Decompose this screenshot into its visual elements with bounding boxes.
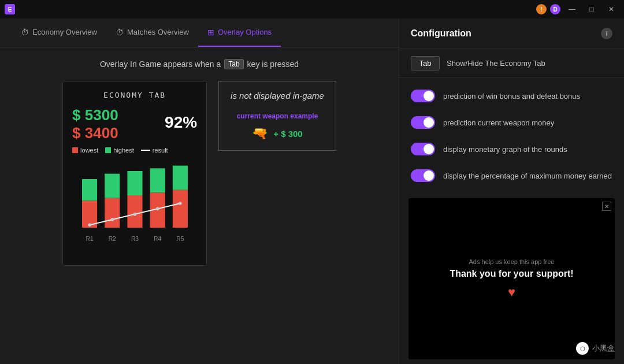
overlay-hint: Overlay In Game appears when a Tab key i… [100, 59, 299, 69]
chart-legend: lowest highest result [72, 147, 197, 154]
main-layout: ⏱ Economy Overview ⏱ Matches Overview ⊞ … [0, 18, 624, 364]
svg-rect-9 [173, 166, 188, 190]
svg-rect-1 [82, 179, 97, 200]
svg-text:R1: R1 [86, 236, 94, 242]
ad-text-small: Ads help us keep this app free [469, 258, 555, 265]
legend-lowest-dot [72, 147, 78, 153]
toggle-percentage[interactable] [411, 169, 435, 182]
maximize-button[interactable]: □ [584, 1, 600, 17]
config-header: Configuration i [399, 18, 624, 49]
svg-point-14 [179, 202, 182, 205]
legend-result-line [141, 150, 150, 151]
svg-text:R2: R2 [109, 236, 116, 242]
matches-tab-icon: ⏱ [116, 28, 124, 37]
not-displayed-box: is not displayed in-game current weapon … [218, 81, 336, 151]
ad-close-button[interactable]: ✕ [602, 202, 611, 211]
toggle-percentage-label: display the percentage of maximum money … [443, 172, 612, 180]
title-bar-controls: ! D — □ ✕ [536, 1, 619, 17]
minimize-button[interactable]: — [564, 1, 580, 17]
ad-text-large: Thank you for your support! [450, 269, 573, 279]
legend-lowest: lowest [72, 147, 98, 154]
svg-point-12 [133, 213, 137, 216]
svg-rect-4 [128, 195, 143, 228]
hint-prefix: Overlay In Game appears when a [100, 60, 221, 69]
economy-tab-title: Economy Tab [72, 91, 197, 99]
legend-result-label: result [153, 147, 168, 154]
overlay-tab-label: Overlay Options [218, 28, 272, 36]
tab-overlay[interactable]: ⊞ Overlay Options [198, 18, 281, 47]
economy-tab-label: Economy Overview [32, 28, 97, 36]
svg-point-11 [111, 218, 114, 221]
toggle-win-bonus-label: prediction of win bonus and defeat bonus [443, 92, 580, 101]
toggle-monetary-graph-label: display monetary graph of the rounds [443, 145, 567, 154]
preview-container: Economy Tab $ 5300 $ 3400 92% lowest [62, 81, 336, 266]
config-title: Configuration [411, 28, 471, 39]
percentage-display: 92% [165, 113, 197, 132]
key-display[interactable]: Tab [411, 56, 440, 70]
legend-highest-label: highest [113, 147, 133, 154]
ad-area: ✕ Ads help us keep this app free Thank y… [408, 198, 615, 359]
title-bar-left: E [5, 4, 15, 14]
weapon-example-title: current weapon example [231, 112, 324, 120]
notification-icon[interactable]: ! [536, 4, 547, 14]
toggle-win-bonus[interactable] [411, 90, 435, 102]
money-values: $ 5300 $ 3400 92% [72, 106, 197, 142]
toggle-row-3: display the percentage of maximum money … [399, 162, 624, 189]
config-info-icon[interactable]: i [601, 28, 612, 39]
right-panel: Configuration i Tab Show/Hide The Econom… [399, 18, 624, 364]
legend-lowest-label: lowest [80, 147, 98, 154]
svg-rect-5 [128, 171, 143, 195]
toggle-monetary-graph[interactable] [411, 143, 435, 155]
close-button[interactable]: ✕ [603, 1, 619, 17]
discord-icon[interactable]: D [550, 4, 560, 14]
chart-area: R1 R2 R3 R4 R5 [72, 163, 197, 246]
nav-tabs: ⏱ Economy Overview ⏱ Matches Overview ⊞ … [0, 18, 399, 47]
left-panel: ⏱ Economy Overview ⏱ Matches Overview ⊞ … [0, 18, 399, 364]
svg-rect-3 [105, 174, 120, 198]
toggle-weapon-money-label: prediction current weapon money [443, 118, 554, 127]
watermark-icon: ⬡ [576, 342, 589, 355]
weapon-example: 🔫 + $ 300 [231, 126, 324, 141]
tab-economy[interactable]: ⏱ Economy Overview [12, 18, 106, 47]
legend-result: result [141, 147, 168, 154]
content-area: Overlay In Game appears when a Tab key i… [0, 47, 399, 364]
svg-text:R5: R5 [176, 236, 184, 242]
key-bind-label: Show/Hide The Economy Tab [447, 59, 545, 68]
toggle-row-2: display monetary graph of the rounds [399, 136, 624, 162]
economy-tab-icon: ⏱ [21, 28, 29, 37]
toggle-options: prediction of win bonus and defeat bonus… [399, 78, 624, 194]
overlay-tab-icon: ⊞ [207, 28, 214, 37]
not-displayed-title: is not displayed in-game [231, 91, 324, 101]
weapon-icon: 🔫 [252, 126, 268, 141]
hint-suffix: key is pressed [247, 60, 299, 69]
svg-text:R3: R3 [131, 236, 139, 242]
svg-rect-7 [150, 168, 165, 192]
weapon-price: + $ 300 [273, 129, 302, 139]
legend-highest: highest [105, 147, 133, 154]
matches-tab-label: Matches Overview [127, 28, 189, 36]
legend-highest-dot [105, 147, 111, 153]
ad-heart: ♥ [508, 285, 515, 300]
tab-matches[interactable]: ⏱ Matches Overview [106, 18, 198, 47]
toggle-row-1: prediction current weapon money [399, 109, 624, 136]
key-bind-row: Tab Show/Hide The Economy Tab [399, 49, 624, 78]
bar-chart-svg: R1 R2 R3 R4 R5 [72, 163, 205, 244]
key-badge: Tab [224, 59, 243, 69]
svg-rect-8 [173, 190, 188, 228]
app-icon: E [5, 4, 15, 14]
title-bar: E ! D — □ ✕ [0, 0, 624, 18]
toggle-row-0: prediction of win bonus and defeat bonus [399, 83, 624, 109]
svg-rect-2 [105, 198, 120, 228]
economy-tab-preview: Economy Tab $ 5300 $ 3400 92% lowest [62, 81, 207, 266]
svg-text:R4: R4 [154, 236, 161, 242]
watermark-text: 小黑盒 [592, 343, 615, 354]
svg-point-13 [156, 207, 159, 211]
svg-point-10 [88, 224, 91, 227]
watermark: ⬡ 小黑盒 [576, 342, 615, 355]
toggle-weapon-money[interactable] [411, 116, 435, 129]
